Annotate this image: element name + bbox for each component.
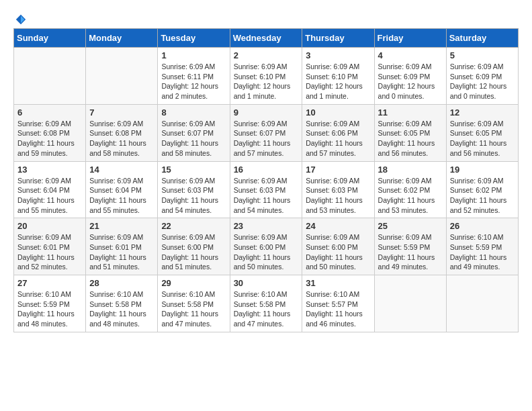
day-number: 19 [450,165,515,175]
day-number: 24 [306,221,370,231]
calendar-cell: 25Sunrise: 6:09 AM Sunset: 5:59 PM Dayli… [374,218,446,275]
cell-info: Sunrise: 6:09 AM Sunset: 6:04 PM Dayligh… [89,176,154,216]
cell-info: Sunrise: 6:10 AM Sunset: 5:57 PM Dayligh… [306,289,370,329]
calendar-cell: 27Sunrise: 6:10 AM Sunset: 5:59 PM Dayli… [14,275,86,332]
day-number: 21 [89,221,154,231]
cell-info: Sunrise: 6:09 AM Sunset: 6:00 PM Dayligh… [306,232,370,272]
cell-info: Sunrise: 6:09 AM Sunset: 6:10 PM Dayligh… [306,62,370,101]
calendar-week-row: 20Sunrise: 6:09 AM Sunset: 6:01 PM Dayli… [14,218,519,275]
calendar-week-row: 27Sunrise: 6:10 AM Sunset: 5:59 PM Dayli… [14,275,519,332]
day-number: 2 [234,50,299,60]
cell-info: Sunrise: 6:09 AM Sunset: 6:06 PM Dayligh… [306,119,370,158]
day-number: 28 [89,278,154,288]
day-number: 8 [161,107,226,118]
cell-info: Sunrise: 6:09 AM Sunset: 6:07 PM Dayligh… [234,119,299,158]
calendar-cell: 21Sunrise: 6:09 AM Sunset: 6:01 PM Dayli… [86,218,158,275]
calendar-cell: 7Sunrise: 6:09 AM Sunset: 6:08 PM Daylig… [86,104,158,161]
calendar-cell [86,48,158,105]
calendar-cell: 12Sunrise: 6:09 AM Sunset: 6:05 PM Dayli… [446,104,518,161]
day-number: 1 [161,50,226,60]
cell-info: Sunrise: 6:09 AM Sunset: 6:03 PM Dayligh… [234,176,299,216]
calendar-cell: 15Sunrise: 6:09 AM Sunset: 6:03 PM Dayli… [158,161,230,218]
column-header-saturday: Saturday [446,29,518,48]
column-header-sunday: Sunday [14,29,86,48]
page-header [13,13,519,21]
calendar-week-row: 1Sunrise: 6:09 AM Sunset: 6:11 PM Daylig… [14,48,519,105]
calendar-cell: 1Sunrise: 6:09 AM Sunset: 6:11 PM Daylig… [158,48,230,105]
cell-info: Sunrise: 6:09 AM Sunset: 6:00 PM Dayligh… [161,232,226,272]
calendar-cell: 10Sunrise: 6:09 AM Sunset: 6:06 PM Dayli… [302,104,374,161]
calendar-header-row: SundayMondayTuesdayWednesdayThursdayFrid… [14,29,519,48]
cell-info: Sunrise: 6:09 AM Sunset: 6:00 PM Dayligh… [234,232,299,272]
cell-info: Sunrise: 6:09 AM Sunset: 6:02 PM Dayligh… [378,176,443,216]
calendar-table: SundayMondayTuesdayWednesdayThursdayFrid… [13,28,519,332]
cell-info: Sunrise: 6:09 AM Sunset: 6:05 PM Dayligh… [378,119,443,158]
day-number: 14 [89,165,154,175]
cell-info: Sunrise: 6:09 AM Sunset: 6:01 PM Dayligh… [17,232,82,272]
column-header-thursday: Thursday [302,29,374,48]
day-number: 13 [17,165,82,175]
calendar-cell: 23Sunrise: 6:09 AM Sunset: 6:00 PM Dayli… [230,218,302,275]
calendar-cell: 31Sunrise: 6:10 AM Sunset: 5:57 PM Dayli… [302,275,374,332]
day-number: 3 [306,50,370,60]
cell-info: Sunrise: 6:09 AM Sunset: 6:05 PM Dayligh… [450,119,515,158]
day-number: 5 [450,50,515,60]
cell-info: Sunrise: 6:09 AM Sunset: 6:08 PM Dayligh… [17,119,82,158]
calendar-cell: 6Sunrise: 6:09 AM Sunset: 6:08 PM Daylig… [14,104,86,161]
cell-info: Sunrise: 6:09 AM Sunset: 6:10 PM Dayligh… [234,62,299,101]
calendar-cell: 14Sunrise: 6:09 AM Sunset: 6:04 PM Dayli… [86,161,158,218]
calendar-cell: 4Sunrise: 6:09 AM Sunset: 6:09 PM Daylig… [374,48,446,105]
day-number: 15 [161,165,226,175]
calendar-cell: 19Sunrise: 6:09 AM Sunset: 6:02 PM Dayli… [446,161,518,218]
column-header-wednesday: Wednesday [230,29,302,48]
cell-info: Sunrise: 6:09 AM Sunset: 6:09 PM Dayligh… [450,62,515,101]
column-header-friday: Friday [374,29,446,48]
cell-info: Sunrise: 6:09 AM Sunset: 6:03 PM Dayligh… [161,176,226,216]
cell-info: Sunrise: 6:09 AM Sunset: 6:11 PM Dayligh… [161,62,226,101]
calendar-cell: 5Sunrise: 6:09 AM Sunset: 6:09 PM Daylig… [446,48,518,105]
cell-info: Sunrise: 6:10 AM Sunset: 5:58 PM Dayligh… [234,289,299,329]
day-number: 27 [17,278,82,288]
day-number: 23 [234,221,299,231]
day-number: 16 [234,165,299,175]
calendar-cell: 22Sunrise: 6:09 AM Sunset: 6:00 PM Dayli… [158,218,230,275]
day-number: 11 [378,107,443,118]
cell-info: Sunrise: 6:09 AM Sunset: 6:01 PM Dayligh… [89,232,154,272]
calendar-cell [446,275,518,332]
day-number: 26 [450,221,515,231]
calendar-cell: 17Sunrise: 6:09 AM Sunset: 6:03 PM Dayli… [302,161,374,218]
calendar-cell: 16Sunrise: 6:09 AM Sunset: 6:03 PM Dayli… [230,161,302,218]
calendar-cell: 18Sunrise: 6:09 AM Sunset: 6:02 PM Dayli… [374,161,446,218]
calendar-week-row: 13Sunrise: 6:09 AM Sunset: 6:04 PM Dayli… [14,161,519,218]
logo-icon [15,13,27,26]
calendar-cell: 29Sunrise: 6:10 AM Sunset: 5:58 PM Dayli… [158,275,230,332]
calendar-cell: 26Sunrise: 6:10 AM Sunset: 5:59 PM Dayli… [446,218,518,275]
cell-info: Sunrise: 6:09 AM Sunset: 6:08 PM Dayligh… [89,119,154,158]
column-header-tuesday: Tuesday [158,29,230,48]
day-number: 4 [378,50,443,60]
day-number: 10 [306,107,370,118]
day-number: 12 [450,107,515,118]
calendar-cell: 2Sunrise: 6:09 AM Sunset: 6:10 PM Daylig… [230,48,302,105]
cell-info: Sunrise: 6:10 AM Sunset: 5:59 PM Dayligh… [17,289,82,329]
day-number: 25 [378,221,443,231]
cell-info: Sunrise: 6:09 AM Sunset: 6:02 PM Dayligh… [450,176,515,216]
calendar-cell [374,275,446,332]
cell-info: Sunrise: 6:09 AM Sunset: 5:59 PM Dayligh… [378,232,443,272]
cell-info: Sunrise: 6:10 AM Sunset: 5:58 PM Dayligh… [89,289,154,329]
cell-info: Sunrise: 6:09 AM Sunset: 6:04 PM Dayligh… [17,176,82,216]
day-number: 17 [306,165,370,175]
cell-info: Sunrise: 6:09 AM Sunset: 6:03 PM Dayligh… [306,176,370,216]
calendar-cell: 8Sunrise: 6:09 AM Sunset: 6:07 PM Daylig… [158,104,230,161]
day-number: 20 [17,221,82,231]
day-number: 31 [306,278,370,288]
calendar-cell: 11Sunrise: 6:09 AM Sunset: 6:05 PM Dayli… [374,104,446,161]
day-number: 7 [89,107,154,118]
cell-info: Sunrise: 6:10 AM Sunset: 5:58 PM Dayligh… [161,289,226,329]
day-number: 9 [234,107,299,118]
calendar-cell [14,48,86,105]
logo [13,13,27,21]
calendar-week-row: 6Sunrise: 6:09 AM Sunset: 6:08 PM Daylig… [14,104,519,161]
cell-info: Sunrise: 6:10 AM Sunset: 5:59 PM Dayligh… [450,232,515,272]
day-number: 30 [234,278,299,288]
